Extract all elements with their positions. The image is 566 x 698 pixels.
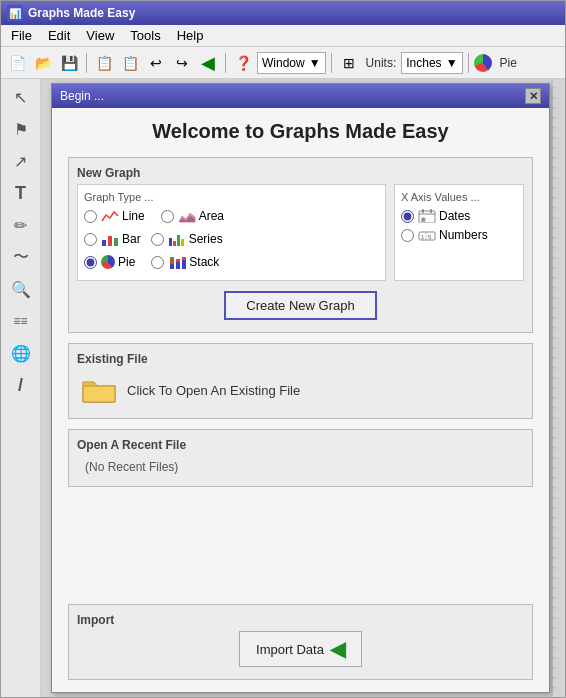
recent-file-label: Open A Recent File (77, 438, 524, 452)
tool-arrow[interactable]: ↗ (7, 147, 35, 175)
radio-series-label: Series (168, 232, 223, 246)
toolbar-sep-4 (468, 53, 469, 73)
radio-row-bar: Bar (84, 232, 141, 246)
tool-search[interactable]: 🔍 (7, 275, 35, 303)
stack-chart-icon (168, 255, 186, 269)
main-area: ↖ ⚑ ↗ T ✏ 〜 🔍 ≡≡ 🌐 / Begin ... ✕ (1, 79, 565, 697)
menu-tools[interactable]: Tools (122, 26, 168, 45)
toolbar: 📄 📂 💾 📋 📋 ↩ ↪ ◀ ❓ Window ▼ ⊞ Units: Inch… (1, 47, 565, 79)
radio-bar[interactable] (84, 233, 97, 246)
svg-rect-3 (108, 236, 112, 246)
svg-rect-13 (176, 259, 180, 262)
toolbar-redo[interactable]: ↪ (170, 51, 194, 75)
graph-type-row: Graph Type ... (77, 184, 524, 281)
radio-dates[interactable] (401, 210, 414, 223)
tool-pencil[interactable]: ✏ (7, 211, 35, 239)
toolbar-undo[interactable]: ↩ (144, 51, 168, 75)
content-area: Begin ... ✕ Welcome to Graphs Made Easy … (41, 79, 565, 697)
radio-row-dates: ▦ Dates (401, 209, 517, 223)
tool-text[interactable]: T (7, 179, 35, 207)
menu-file[interactable]: File (3, 26, 40, 45)
toolbar-sep-1 (86, 53, 87, 73)
new-graph-label: New Graph (77, 166, 524, 180)
toolbar-open[interactable]: 📂 (31, 51, 55, 75)
existing-file-section: Existing File Click To Open An Existing … (68, 343, 533, 419)
radio-numbers[interactable] (401, 229, 414, 242)
svg-rect-8 (181, 239, 184, 246)
area-chart-icon (178, 209, 196, 223)
radio-pie[interactable] (84, 256, 97, 269)
radio-row-area: Area (161, 209, 224, 223)
series-chart-icon (168, 232, 186, 246)
toolbar-help[interactable]: ❓ (231, 51, 255, 75)
tool-curve[interactable]: 〜 (7, 243, 35, 271)
svg-rect-18 (422, 209, 424, 213)
import-arrow-icon: ◀ (330, 637, 345, 661)
tool-flag[interactable]: ⚑ (7, 115, 35, 143)
svg-rect-19 (430, 209, 432, 213)
svg-text:1: 1 (421, 234, 425, 240)
svg-rect-4 (114, 238, 118, 246)
app-window: 📊 Graphs Made Easy File Edit View Tools … (0, 0, 566, 698)
folder-icon (81, 374, 117, 406)
open-file-label: Click To Open An Existing File (127, 383, 300, 398)
svg-text:▦: ▦ (421, 216, 426, 222)
app-title: Graphs Made Easy (28, 6, 135, 20)
create-new-graph-button[interactable]: Create New Graph (224, 291, 376, 320)
menu-edit[interactable]: Edit (40, 26, 78, 45)
menu-help[interactable]: Help (169, 26, 212, 45)
svg-rect-15 (182, 257, 186, 260)
pie-chart-small-icon (101, 255, 115, 269)
radio-dates-label: ▦ Dates (418, 209, 470, 223)
menu-bar: File Edit View Tools Help (1, 25, 565, 47)
toolbar-sep-3 (331, 53, 332, 73)
app-icon: 📊 (7, 5, 23, 21)
existing-file-label: Existing File (77, 352, 524, 366)
units-label: Units: (366, 56, 397, 70)
tool-grid[interactable]: ≡≡ (7, 307, 35, 335)
tool-slash[interactable]: / (7, 371, 35, 399)
radio-series[interactable] (151, 233, 164, 246)
radio-row-line: Line (84, 209, 145, 223)
no-recent-label: (No Recent Files) (77, 456, 524, 478)
svg-rect-9 (170, 264, 174, 269)
toolbar-grid[interactable]: ⊞ (337, 51, 361, 75)
jagged-edge (551, 79, 565, 697)
x-axis-panel: X Axis Values ... (394, 184, 524, 281)
radio-area[interactable] (161, 210, 174, 223)
radio-row-series: Series (151, 232, 223, 246)
graph-type-panel-label: Graph Type ... (84, 191, 379, 203)
toolbar-sep-2 (225, 53, 226, 73)
radio-line[interactable] (84, 210, 97, 223)
svg-rect-11 (170, 257, 174, 260)
toolbar-window-dropdown[interactable]: Window ▼ (257, 52, 326, 74)
toolbar-units-dropdown[interactable]: Inches ▼ (401, 52, 462, 74)
import-data-button[interactable]: Import Data ◀ (239, 631, 362, 667)
dialog-close-button[interactable]: ✕ (525, 88, 541, 104)
svg-rect-6 (173, 241, 176, 246)
dialog-title-bar: Begin ... ✕ (52, 84, 549, 108)
radio-pie-label: Pie (101, 255, 135, 269)
graph-type-panel: Graph Type ... (77, 184, 386, 281)
toolbar-back[interactable]: ◀ (196, 51, 220, 75)
dialog-begin: Begin ... ✕ Welcome to Graphs Made Easy … (51, 83, 550, 693)
import-label: Import (77, 613, 524, 627)
recent-file-section: Open A Recent File (No Recent Files) (68, 429, 533, 487)
pie-label: Pie (500, 56, 517, 70)
tool-globe[interactable]: 🌐 (7, 339, 35, 367)
radio-stack-label: Stack (168, 255, 219, 269)
toolbar-save[interactable]: 💾 (57, 51, 81, 75)
menu-view[interactable]: View (78, 26, 122, 45)
svg-rect-10 (170, 260, 174, 264)
radio-area-label: Area (178, 209, 224, 223)
left-toolbar: ↖ ⚑ ↗ T ✏ 〜 🔍 ≡≡ 🌐 / (1, 79, 41, 697)
radio-stack[interactable] (151, 256, 164, 269)
toolbar-new[interactable]: 📄 (5, 51, 29, 75)
open-file-row[interactable]: Click To Open An Existing File (77, 370, 524, 410)
radio-numbers-label: 1 5 Numbers (418, 228, 488, 242)
toolbar-copy[interactable]: 📋 (92, 51, 116, 75)
tool-cursor[interactable]: ↖ (7, 83, 35, 111)
radio-row-stack: Stack (151, 255, 219, 269)
toolbar-paste[interactable]: 📋 (118, 51, 142, 75)
svg-text:5: 5 (428, 234, 432, 240)
